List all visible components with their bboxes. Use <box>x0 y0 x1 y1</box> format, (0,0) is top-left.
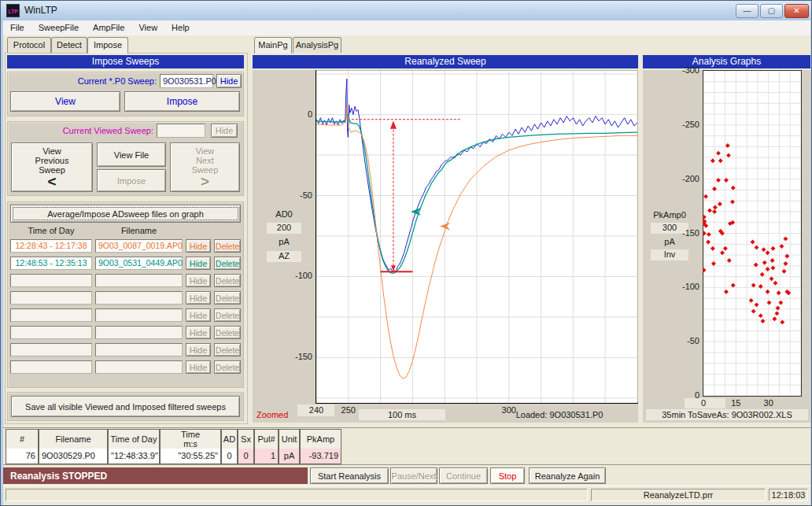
results-header-cell: Time m:s <box>160 429 221 449</box>
sweep-gain-label[interactable]: 200 <box>267 223 301 234</box>
sweep-y-tick: 0 <box>282 109 312 119</box>
results-data-cell: 9O030529.P0 <box>39 449 108 464</box>
tab-analysispg[interactable]: AnalysisPg <box>293 37 341 53</box>
statusbar-panel-main <box>6 489 588 501</box>
results-header-cell: Time of Day <box>108 429 160 449</box>
data-point <box>784 253 789 258</box>
tab-mainpg[interactable]: MainPg <box>254 37 292 54</box>
file-time-field[interactable]: 12:48:53 - 12:35:13 <box>10 257 92 270</box>
file-hide-button[interactable]: Hide <box>186 239 211 253</box>
file-time-field[interactable] <box>10 308 92 322</box>
data-point <box>751 240 755 245</box>
file-hide-button[interactable]: Hide <box>186 274 211 287</box>
close-button[interactable]: ✕ <box>784 4 809 18</box>
data-point <box>770 246 775 251</box>
file-hide-button[interactable]: Hide <box>186 308 211 322</box>
file-hide-button[interactable]: Hide <box>186 291 211 305</box>
menu-item-file[interactable]: File <box>3 20 31 35</box>
file-hide-button[interactable]: Hide <box>186 257 211 270</box>
file-name-field[interactable] <box>95 360 183 374</box>
minimize-button[interactable]: — <box>736 4 758 18</box>
view-previous-sweep-button[interactable]: View Previous Sweep < <box>11 142 93 192</box>
impose-viewed-button[interactable]: Impose <box>97 169 166 192</box>
data-point <box>706 240 710 245</box>
view-file-button[interactable]: View File <box>97 142 166 167</box>
previous-arrow-icon: < <box>47 175 56 188</box>
sweep-y-tick: -50 <box>282 190 312 200</box>
scatter-plot[interactable] <box>703 70 802 397</box>
start-reanalysis-button[interactable]: Start Reanalysis <box>310 467 389 484</box>
menu-item-ampfile[interactable]: AmpFile <box>86 20 131 35</box>
data-point <box>727 258 732 263</box>
file-hide-button[interactable]: Hide <box>186 343 211 356</box>
scatter-x-tick: 15 <box>726 398 745 408</box>
file-name-field[interactable] <box>95 274 183 287</box>
tab-detect[interactable]: Detect <box>51 37 87 53</box>
file-time-field[interactable]: 12:28:43 - 12:17:38 <box>10 239 92 253</box>
impose-p0-button[interactable]: Impose <box>124 91 240 112</box>
file-hide-button[interactable]: Hide <box>186 326 211 339</box>
file-delete-button[interactable]: Delete <box>214 291 241 305</box>
hide-viewed-button[interactable]: Hide <box>211 124 238 138</box>
scatter-y-tick: -200 <box>670 174 699 183</box>
file-time-field[interactable] <box>10 326 92 339</box>
file-delete-button[interactable]: Delete <box>214 308 241 322</box>
data-point <box>724 290 729 294</box>
window-title: WinLTP <box>24 5 57 16</box>
data-point <box>724 178 729 183</box>
pause-next-button[interactable]: Pause/Next <box>390 467 437 484</box>
view-next-sweep-button[interactable]: View Next Sweep > <box>170 142 240 192</box>
sweep-plot[interactable] <box>316 70 638 404</box>
pkamp-unit-label: pA <box>644 237 695 246</box>
statusbar-clock: 12:18:03 <box>769 489 808 501</box>
results-data-cell: 1 <box>254 449 279 464</box>
save-filtered-sweeps-button[interactable]: Save all visible Viewed and Imposed filt… <box>11 396 240 417</box>
hide-p0-button[interactable]: Hide <box>216 74 242 88</box>
sweep-az-button[interactable]: AZ <box>267 251 301 262</box>
file-time-field[interactable] <box>10 360 92 374</box>
results-header-cell: # <box>6 429 39 449</box>
tab-impose[interactable]: Impose <box>87 37 128 54</box>
maximize-button[interactable]: ▢ <box>760 4 783 18</box>
file-hide-button[interactable]: Hide <box>186 360 211 374</box>
data-point <box>707 232 711 237</box>
file-time-field[interactable] <box>10 291 92 305</box>
scatter-y-tick: -250 <box>670 120 699 129</box>
menu-item-help[interactable]: Help <box>164 20 197 35</box>
view-p0-button[interactable]: View <box>10 91 120 112</box>
file-name-field[interactable] <box>95 308 183 322</box>
current-p0-field[interactable]: 9O030531.P0 <box>160 74 213 88</box>
file-name-field[interactable]: 9O03_0531_0449.AP0 <box>95 257 183 270</box>
viewed-sweep-field[interactable] <box>157 124 205 138</box>
sweep-y-tick: -100 <box>282 271 312 280</box>
tab-protocol[interactable]: Protocol <box>7 37 51 53</box>
data-point <box>751 309 756 314</box>
stop-button[interactable]: Stop <box>490 467 525 484</box>
results-data-cell: "12:48:33.9" <box>108 449 160 464</box>
continue-button[interactable]: Continue <box>439 467 488 484</box>
file-delete-button[interactable]: Delete <box>214 343 241 356</box>
file-time-field[interactable] <box>10 343 92 356</box>
reanalyze-again-button[interactable]: Reanalyze Again <box>529 467 606 484</box>
file-delete-button[interactable]: Delete <box>214 274 241 287</box>
average-impose-button[interactable]: Average/Impose ADsweep files on graph <box>10 205 241 223</box>
menu-item-sweepfile[interactable]: SweepFile <box>31 20 86 35</box>
pkamp-inv-button[interactable]: Inv <box>651 249 688 260</box>
file-delete-button[interactable]: Delete <box>214 239 241 253</box>
file-name-field[interactable] <box>95 291 183 305</box>
file-delete-button[interactable]: Delete <box>214 360 241 374</box>
file-delete-button[interactable]: Delete <box>214 257 241 270</box>
file-time-field[interactable] <box>10 274 92 287</box>
file-delete-button[interactable]: Delete <box>214 326 241 339</box>
data-point <box>703 194 708 199</box>
menu-item-view[interactable]: View <box>131 20 164 35</box>
statusbar-protocol-file: ReanalyzeLTD.prr <box>591 489 766 501</box>
file-name-field[interactable] <box>95 343 183 356</box>
data-point <box>770 276 774 281</box>
data-point <box>711 261 716 266</box>
data-point <box>762 260 767 265</box>
data-point <box>762 247 766 252</box>
data-point <box>783 261 788 266</box>
file-name-field[interactable]: 9O03_0087_0019.AP0 <box>95 239 183 253</box>
file-name-field[interactable] <box>95 326 183 339</box>
